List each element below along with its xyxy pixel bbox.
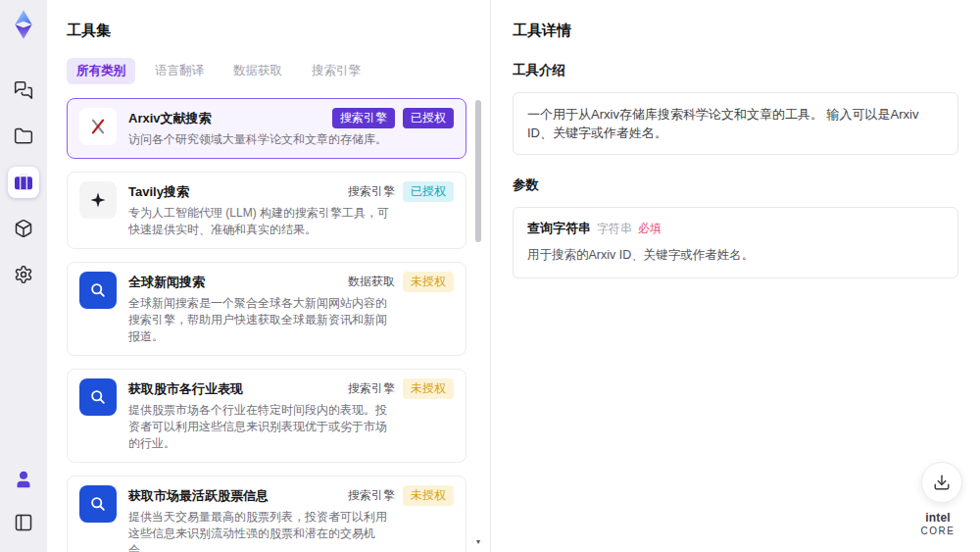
params-heading: 参数 xyxy=(513,176,958,194)
scrollbar-down-arrow[interactable]: ▾ xyxy=(474,538,482,546)
tab-data-acquisition[interactable]: 数据获取 xyxy=(223,58,292,84)
page-title: 工具集 xyxy=(67,22,486,40)
auth-status-badge: 已授权 xyxy=(403,181,454,202)
news-search-icon xyxy=(79,272,117,309)
sidebar xyxy=(0,0,47,552)
tool-card-tavily[interactable]: Tavily搜索 专为人工智能代理 (LLM) 构建的搜索引擎工具，可快速提供实… xyxy=(67,172,466,249)
auth-status-badge: 未授权 xyxy=(403,272,454,292)
download-icon xyxy=(933,474,951,491)
category-tabs: 所有类别 语言翻译 数据获取 搜索引擎 xyxy=(67,58,486,84)
tab-search-engine[interactable]: 搜索引擎 xyxy=(302,58,370,84)
diamond-logo-icon xyxy=(8,9,39,40)
tool-intro-box: 一个用于从Arxiv存储库搜索科学论文和文章的工具。 输入可以是Arxiv ID… xyxy=(513,92,958,155)
tool-list-panel: 工具集 所有类别 语言翻译 数据获取 搜索引擎 Arxiv文献搜索 访问各个研究… xyxy=(47,0,490,552)
briefcase-icon xyxy=(14,173,33,192)
arxiv-x-icon xyxy=(79,108,117,145)
param-description: 用于搜索的Arxiv ID、关键字或作者姓名。 xyxy=(527,246,944,264)
sidebar-item-packages[interactable] xyxy=(8,213,39,244)
list-scrollbar[interactable]: ▾ xyxy=(474,100,482,546)
app-logo[interactable] xyxy=(7,8,40,41)
user-icon xyxy=(14,470,33,489)
tool-card-most-active-stocks[interactable]: 获取市场最活跃股票信息 提供当天交易量最高的股票列表，投资者可以利用这些信息来识… xyxy=(67,476,466,552)
scrollbar-thumb[interactable] xyxy=(475,100,481,242)
category-label: 搜索引擎 xyxy=(348,183,395,200)
tool-card-global-news[interactable]: 全球新闻搜索 全球新闻搜索是一个聚合全球各大新闻网站内容的搜索引擎，帮助用户快速… xyxy=(67,262,466,356)
sidebar-item-tools[interactable] xyxy=(8,167,39,198)
package-icon xyxy=(14,219,33,238)
news-search-icon xyxy=(79,485,117,523)
tool-description: 提供股票市场各个行业在特定时间段内的表现。投资者可以利用这些信息来识别表现优于或… xyxy=(128,402,395,452)
tool-description: 访问各个研究领域大量科学论文和文章的存储库。 xyxy=(128,131,395,148)
tool-description: 提供当天交易量最高的股票列表，投资者可以利用这些信息来识别流动性强的股票和潜在的… xyxy=(128,509,395,552)
tool-detail-panel: 工具详情 工具介绍 一个用于从Arxiv存储库搜索科学论文和文章的工具。 输入可… xyxy=(490,0,980,552)
detail-title: 工具详情 xyxy=(513,22,958,40)
download-button[interactable] xyxy=(921,462,962,503)
app-window: 工具集 所有类别 语言翻译 数据获取 搜索引擎 Arxiv文献搜索 访问各个研究… xyxy=(0,0,980,552)
tool-description: 全球新闻搜索是一个聚合全球各大新闻网站内容的搜索引擎，帮助用户快速获取全球最新资… xyxy=(128,295,395,345)
core-logo-text: CORE xyxy=(921,526,956,536)
intel-logo-text: intel xyxy=(925,511,951,525)
sidebar-item-files[interactable] xyxy=(8,121,39,152)
tool-list: Arxiv文献搜索 访问各个研究领域大量科学论文和文章的存储库。 搜索引擎 已授… xyxy=(67,98,486,552)
sidebar-item-chat[interactable] xyxy=(8,75,39,106)
news-search-icon xyxy=(79,378,117,416)
tab-language-translation[interactable]: 语言翻译 xyxy=(145,58,214,84)
intro-heading: 工具介绍 xyxy=(513,62,958,79)
sidebar-nav xyxy=(8,75,39,290)
auth-status-badge: 未授权 xyxy=(403,378,454,399)
folder-icon xyxy=(14,126,33,146)
sidebar-bottom xyxy=(8,464,39,538)
sidebar-item-settings[interactable] xyxy=(8,259,39,290)
auth-status-badge: 未授权 xyxy=(403,485,454,506)
panel-left-icon xyxy=(14,513,33,532)
tool-card-sector-performance[interactable]: 获取股市各行业表现 提供股票市场各个行业在特定时间段内的表现。投资者可以利用这些… xyxy=(67,369,466,463)
param-name: 查询字符串 xyxy=(527,220,591,237)
tool-card-arxiv[interactable]: Arxiv文献搜索 访问各个研究领域大量科学论文和文章的存储库。 搜索引擎 已授… xyxy=(67,98,466,159)
tab-all-categories[interactable]: 所有类别 xyxy=(67,58,135,84)
intel-core-logo: intel CORE xyxy=(909,511,966,537)
chat-icon xyxy=(14,80,33,100)
category-badge: 搜索引擎 xyxy=(332,108,395,128)
sidebar-item-profile[interactable] xyxy=(8,464,39,495)
tavily-star-icon xyxy=(79,181,117,219)
category-label: 搜索引擎 xyxy=(348,487,395,504)
tool-intro-text: 一个用于从Arxiv存储库搜索科学论文和文章的工具。 输入可以是Arxiv ID… xyxy=(527,107,918,140)
gear-icon xyxy=(14,265,33,284)
param-type: 字符串 xyxy=(597,221,632,237)
tool-description: 专为人工智能代理 (LLM) 构建的搜索引擎工具，可快速提供实时、准确和真实的结… xyxy=(128,205,395,238)
param-required-flag: 必填 xyxy=(638,221,662,237)
sidebar-collapse-button[interactable] xyxy=(8,507,39,538)
category-label: 数据获取 xyxy=(348,274,395,290)
parameter-box: 查询字符串 字符串 必填 用于搜索的Arxiv ID、关键字或作者姓名。 xyxy=(513,207,958,278)
category-label: 搜索引擎 xyxy=(348,380,395,397)
auth-status-badge: 已授权 xyxy=(403,108,454,128)
